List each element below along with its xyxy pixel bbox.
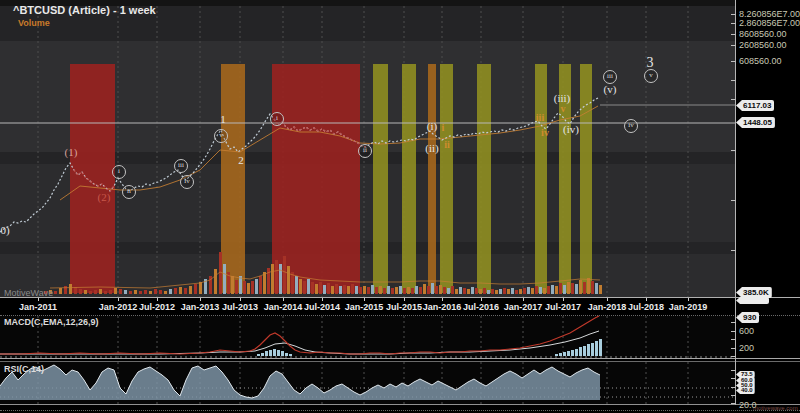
volume-bar [259,276,262,294]
volume-bar [251,281,254,294]
volume-bar [335,284,338,294]
volume-bar [255,279,258,294]
rsi-study-label[interactable]: RSI(C,14) [4,364,44,374]
volume-bar [331,286,334,294]
volume-bar [547,286,550,294]
volume-bar [363,286,366,294]
volume-bar [491,289,494,294]
volume-bar [275,260,278,294]
volume-bar [511,288,514,294]
volume-bar [503,288,506,294]
analysis-band-orange[interactable] [221,64,245,293]
volume-bar [94,290,97,294]
volume-bar [154,289,157,294]
volume-bar [174,288,177,294]
analysis-band-olive[interactable] [535,64,547,293]
volume-bar [567,282,570,294]
volume-bar [139,291,142,294]
volume-bar [311,282,314,294]
analysis-band-orange[interactable] [428,64,436,293]
volume-bar [455,289,458,294]
volume-bar [109,290,112,294]
macd-histogram-bar [281,351,284,356]
volume-bar [129,291,132,294]
volume-bar [399,286,402,294]
volume-bar [283,256,286,294]
price-axis[interactable] [736,0,800,297]
macd-histogram-bar [269,350,272,356]
analysis-band-olive[interactable] [373,64,388,293]
volume-bar [189,286,192,294]
symbol-title: ^BTCUSD (Article) - 1 week [13,4,156,16]
panel-divider-dotted [0,410,800,411]
volume-bar [371,285,374,294]
panel-divider [0,297,800,298]
macd-histogram-bar [285,353,288,356]
macd-histogram-bar [261,353,264,356]
volume-bar [415,286,418,294]
site-watermark: motivewave.com [753,405,798,411]
volume-study-label[interactable]: Volume [18,18,50,28]
volume-bar [303,281,306,294]
volume-bar [447,288,450,294]
macd-histogram-bar [599,339,602,356]
macd-histogram-bar [567,351,570,356]
volume-bar [571,283,574,294]
macd-histogram-bar [277,350,280,356]
analysis-band-olive[interactable] [580,64,592,293]
analysis-band-olive[interactable] [402,64,416,293]
macd-histogram-bar [555,354,558,356]
volume-bar [563,285,566,294]
analysis-band-olive[interactable] [477,64,491,293]
time-axis[interactable] [0,299,800,315]
volume-bar [391,288,394,294]
volume-bar [54,291,57,294]
volume-bar [419,287,422,294]
volume-bar [323,285,326,294]
volume-bar [235,280,238,294]
volume-bar [231,276,234,294]
volume-bar [411,288,414,294]
analysis-band-olive[interactable] [440,64,453,293]
volume-bar [339,286,342,294]
volume-bar [149,291,152,294]
volume-bar [319,282,322,294]
volume-bar [423,284,426,294]
volume-bar [403,288,406,294]
volume-bar [483,288,486,294]
volume-bar [479,289,482,294]
volume-bar [575,284,578,294]
volume-bar [435,286,438,294]
macd-histogram-bar [595,341,598,356]
volume-bar [515,290,518,294]
volume-bar [79,289,82,294]
volume-bar [519,289,522,294]
analysis-band-olive[interactable] [559,64,571,293]
volume-bar [59,288,62,294]
volume-bar [199,282,202,294]
volume-bar [375,287,378,294]
volume-bar [539,287,542,294]
volume-bar [119,289,122,294]
chart-surface[interactable] [0,0,800,413]
volume-bar [169,289,172,294]
macd-histogram-bar [571,350,574,356]
volume-bar [159,290,162,294]
volume-bar [579,280,582,294]
analysis-band-red[interactable] [70,64,115,293]
rsi-axis-bottom-label: 20.0 [739,400,757,410]
macd-histogram-bar [587,344,590,356]
volume-bar [439,285,442,294]
volume-bar [89,291,92,294]
volume-bar [243,281,246,294]
volume-bar [599,285,602,294]
volume-bar [431,283,434,294]
macd-histogram-bar [579,347,582,356]
volume-bar [307,279,310,294]
macd-study-label[interactable]: MACD(C,EMA,12,26,9) [4,317,99,327]
macd-histogram-bar [591,343,594,356]
volume-bar [583,282,586,294]
panel-divider[interactable] [0,358,800,359]
volume-bar [104,291,107,294]
volume-bar [535,286,538,294]
